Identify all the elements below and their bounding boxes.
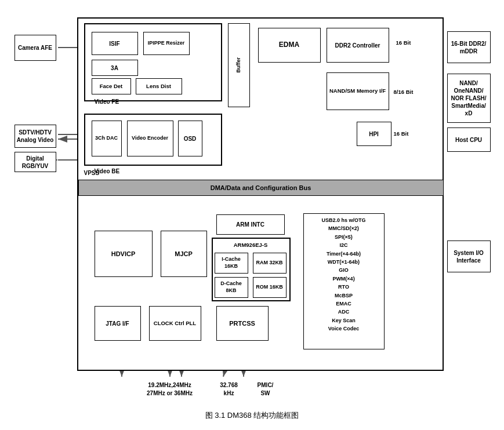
nandsmIF-block: NAND/SM Memory I/F [327,72,389,110]
freq2-label: 32.768 kHz [212,381,246,398]
threechDAC-block: 3Ch DAC [92,121,122,156]
arm926-label: ARM926EJ-S [215,239,287,252]
freq1-label: 19.2MHz,24MHz 27MHz or 36MHz [135,381,205,398]
8-16bit-label: 8/16 Bit [394,89,414,95]
isif-block: ISIF [92,32,138,55]
vpss-label: VPSS [84,170,100,176]
hdvicp-block: HDVICP [95,231,153,277]
peripheral-block: USB2.0 hs w/OTG MMC/SD(×2) SPI(×5) I2C T… [303,213,385,349]
diagram: Camera AFE SDTV/HDTV Analog Video Digita… [9,6,496,406]
freq3-label: PMIC/ SW [251,381,280,398]
jtag-block: JTAG I/F [95,306,141,341]
digital-rgb-block: Digital RGB/YUV [14,152,56,172]
ddr2-mem-block: 16-Bit DDR2/ mDDR [447,31,491,63]
buffer-block: Buffer [228,23,250,107]
dcache-block: D-Cache 8KB [215,277,248,298]
dma-bus: DMA/Data and Configuration Bus [78,180,444,196]
nand-flash-block: NAND/ OneNAND/ NOR FLASH/ SmartMedia/ xD [447,74,491,123]
host-cpu-block: Host CPU [447,127,491,152]
edma-block: EDMA [258,28,321,63]
camera-afe-block: Camera AFE [14,35,56,61]
ddr2-ctrl-block: DDR2 Controller [327,28,389,63]
mjcp-block: MJCP [161,231,207,277]
faceDet-block: Face Det [92,78,131,94]
sdtv-hdtv-block: SDTV/HDTV Analog Video [14,125,56,148]
ipipresize-block: IPIPPE Resizer [143,32,190,55]
threeA-block: 3A [92,60,138,76]
clock-ctrl-block: CLOCK Ctrl PLL [149,306,201,341]
hpi-block: HPI [357,122,391,146]
rom-block: ROM 16KB [253,277,287,298]
videoEncoder-block: Video Encoder [127,121,173,156]
16bit-label-hpi: 16 Bit [394,130,409,137]
video-fe-label: Video FE [95,99,119,105]
arm-intc-block: ARM INTC [216,214,285,235]
prtcss-block: PRTCSS [216,306,269,341]
osd-block: OSD [178,121,202,156]
lensDist-block: Lens Dist [136,78,182,94]
caption: 图 3.1 DM368 结构功能框图 [205,410,299,421]
ram-block: RAM 32KB [253,253,287,274]
icache-block: I-Cache 16KB [215,253,248,274]
16bit-label-top: 16 Bit [396,39,411,46]
system-io-block: System I/O Interface [447,240,491,272]
